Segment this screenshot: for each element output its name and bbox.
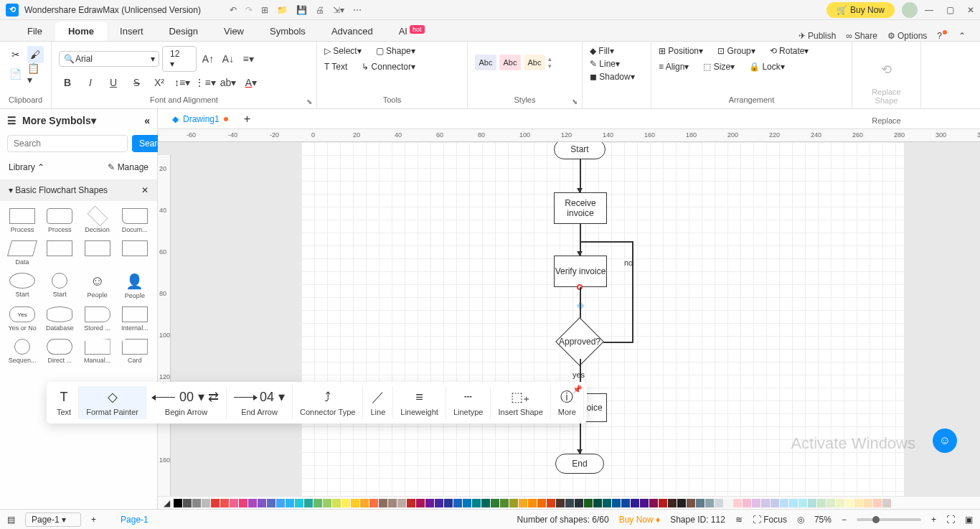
maximize-icon[interactable]: ▢ <box>946 5 954 15</box>
shape-sequential[interactable]: Sequen... <box>4 336 40 367</box>
new-tab-icon[interactable]: + <box>244 113 250 126</box>
cut-icon[interactable]: ✂ <box>7 46 24 63</box>
close-category-icon[interactable]: ✕ <box>141 185 149 195</box>
paste-icon[interactable]: 📋▾ <box>27 65 44 83</box>
color-swatch[interactable] <box>873 499 882 507</box>
color-swatch[interactable] <box>845 499 854 507</box>
color-swatch[interactable] <box>258 499 266 507</box>
color-swatch[interactable] <box>425 499 434 507</box>
node-start[interactable]: Start <box>554 142 606 159</box>
color-swatch[interactable] <box>612 499 621 507</box>
open-icon[interactable]: 📁 <box>277 5 288 15</box>
color-swatch[interactable] <box>789 499 798 507</box>
conn-verify-approved[interactable] <box>580 287 581 322</box>
color-swatch[interactable] <box>715 499 723 507</box>
color-swatch[interactable] <box>771 499 779 507</box>
tab-insert[interactable]: Insert <box>107 22 156 41</box>
group-button[interactable]: ⊡ Group▾ <box>717 46 755 56</box>
style-up-icon[interactable]: ▴ <box>548 55 552 62</box>
add-page-icon[interactable]: + <box>91 515 96 525</box>
color-swatch[interactable] <box>509 499 518 507</box>
line-button[interactable]: ✎ Line▾ <box>590 59 644 69</box>
canvas[interactable]: 20406080100120140160180 Start Receive in… <box>158 142 980 496</box>
color-swatch[interactable] <box>724 499 732 507</box>
color-swatch[interactable] <box>286 499 294 507</box>
ft-connector-type[interactable]: ⤴Connector Type <box>293 386 363 419</box>
node-verify[interactable]: Verify invoice <box>554 256 607 287</box>
shape-button[interactable]: ▢ Shape▾ <box>376 46 415 56</box>
buy-now-status[interactable]: Buy Now ♦ <box>619 515 661 525</box>
color-swatch[interactable] <box>621 499 630 507</box>
color-swatch[interactable] <box>631 499 639 507</box>
shape-start-ellipse[interactable]: Start <box>4 270 40 302</box>
ft-text[interactable]: TText <box>50 386 79 419</box>
color-swatch[interactable] <box>220 499 229 507</box>
zoom-level[interactable]: 75% <box>814 515 831 525</box>
library-menu[interactable]: Library ⌃ <box>9 162 44 172</box>
tab-design[interactable]: Design <box>156 22 211 41</box>
color-swatch[interactable] <box>603 499 611 507</box>
shape-stored[interactable]: Stored ... <box>80 304 116 334</box>
color-swatch[interactable] <box>360 499 369 507</box>
color-swatch[interactable] <box>351 499 359 507</box>
align-icon[interactable]: ≡▾ <box>240 50 257 67</box>
case-icon[interactable]: ab▾ <box>220 74 237 91</box>
fit-icon[interactable]: ◎ <box>797 515 804 525</box>
color-swatch[interactable] <box>230 499 238 507</box>
shape-data[interactable]: Data <box>4 238 40 268</box>
color-swatch[interactable] <box>463 499 471 507</box>
fill-button[interactable]: ◆ Fill▾ <box>590 46 644 56</box>
shape-database[interactable]: Database <box>42 304 77 334</box>
collapse-sidebar-icon[interactable]: « <box>144 115 150 126</box>
color-swatch[interactable] <box>584 499 593 507</box>
tab-ai[interactable]: AIhot <box>386 22 438 41</box>
color-swatch[interactable] <box>659 499 667 507</box>
line-spacing-icon[interactable]: ↕≡▾ <box>174 74 191 91</box>
shape-card[interactable]: Card <box>117 336 153 367</box>
color-swatch[interactable] <box>379 499 387 507</box>
node-receive[interactable]: Receive invoice <box>554 192 607 224</box>
color-swatch[interactable] <box>248 499 257 507</box>
tab-advanced[interactable]: Advanced <box>319 22 386 41</box>
hamburger-icon[interactable]: ☰ <box>7 115 17 126</box>
fullscreen-icon[interactable]: ⛶ <box>946 515 955 525</box>
tab-file[interactable]: File <box>14 22 55 41</box>
color-swatch[interactable] <box>743 499 751 507</box>
shape-internal[interactable]: Internal... <box>117 304 153 334</box>
color-swatch[interactable] <box>836 499 844 507</box>
color-swatch[interactable] <box>519 499 527 507</box>
zoom-out-icon[interactable]: − <box>842 515 847 525</box>
text-tool-button[interactable]: T Text <box>324 62 347 72</box>
color-swatch[interactable] <box>491 499 499 507</box>
help-icon[interactable]: ? <box>937 31 948 41</box>
increase-font-icon[interactable]: A↑ <box>199 50 217 67</box>
decrease-font-icon[interactable]: A↓ <box>220 50 237 67</box>
color-swatch[interactable] <box>323 499 331 507</box>
shape-process-2[interactable]: Process <box>42 205 77 236</box>
color-swatch[interactable] <box>808 499 816 507</box>
shape-yesno[interactable]: YesYes or No <box>4 304 40 334</box>
tab-home[interactable]: Home <box>55 22 107 41</box>
ft-end-arrow[interactable]: 04▾End Arrow <box>227 386 293 419</box>
color-swatch[interactable] <box>472 499 481 507</box>
font-size-selector[interactable]: 12 ▾ <box>162 46 197 72</box>
conn-no-h1[interactable] <box>581 241 633 243</box>
conn-no-v[interactable] <box>632 241 633 342</box>
color-swatch[interactable] <box>826 499 835 507</box>
color-swatch[interactable] <box>864 499 872 507</box>
ft-line[interactable]: ／Line <box>363 386 393 419</box>
new-icon[interactable]: ⊞ <box>261 5 268 15</box>
close-icon[interactable]: ✕ <box>967 5 974 15</box>
shape-category-header[interactable]: ▾ Basic Flowchart Shapes ✕ <box>0 179 157 201</box>
style-swatch-1[interactable]: Abc <box>475 55 496 70</box>
shape-manual[interactable]: Manual... <box>80 336 116 367</box>
color-swatch[interactable] <box>854 499 863 507</box>
color-swatch[interactable] <box>593 499 602 507</box>
color-swatch[interactable] <box>304 499 313 507</box>
font-color-icon[interactable]: A▾ <box>242 74 260 91</box>
color-swatch[interactable] <box>453 499 462 507</box>
color-swatch[interactable] <box>397 499 406 507</box>
color-swatch[interactable] <box>295 499 303 507</box>
color-swatch[interactable] <box>192 499 201 507</box>
color-swatch[interactable] <box>537 499 546 507</box>
